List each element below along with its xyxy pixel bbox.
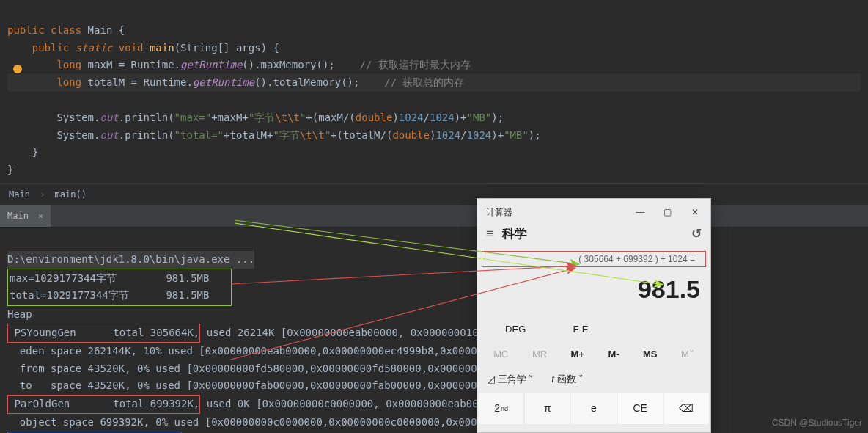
close-icon[interactable]: ✕ — [683, 203, 707, 221]
code-editor[interactable]: public class Main { public static void m… — [0, 0, 868, 183]
calc-mminus[interactable]: M- — [608, 346, 619, 363]
watermark: CSDN @StudiousTiger — [772, 415, 862, 430]
calc-mr[interactable]: MR — [532, 346, 547, 363]
calc-btn-ce[interactable]: CE — [618, 393, 663, 424]
code-line: System.out.println("total="+totalM+"字节\t… — [7, 129, 541, 141]
annotation-box-red: ParOldGen total 699392K, — [7, 395, 200, 414]
code-line: public static void main(String[] args) { — [7, 42, 279, 54]
code-line: public class Main { — [7, 24, 125, 36]
code-line: } — [7, 164, 13, 175]
minimize-icon[interactable]: — — [628, 203, 652, 221]
code-line: } — [7, 146, 38, 158]
calc-mv[interactable]: M˅ — [681, 346, 694, 363]
calc-btn-e[interactable]: e — [571, 393, 616, 424]
calculator-result: 981.5 — [477, 267, 710, 317]
calculator-mode: 科学 — [502, 224, 527, 245]
breadcrumb-class[interactable]: Main — [9, 189, 30, 200]
calc-trig-dropdown[interactable]: ◿ 三角学 ˅ — [488, 371, 534, 387]
console-command: D:\environment\jdk1.8.0\bin\java.exe ... — [7, 251, 254, 269]
intention-bulb-icon[interactable] — [13, 65, 22, 73]
calc-btn-backspace[interactable]: ⌫ — [664, 393, 709, 424]
close-icon[interactable]: × — [38, 211, 43, 221]
calc-ms[interactable]: MS — [643, 346, 658, 363]
calc-btn-pi[interactable]: π — [525, 393, 570, 424]
calc-deg[interactable]: DEG — [505, 321, 526, 338]
maximize-icon[interactable]: ▢ — [655, 203, 680, 221]
code-line-highlighted: long totalM = Runtime.getRuntime().total… — [7, 74, 861, 92]
calculator-window[interactable]: 计算器 — ▢ ✕ ≡ 科学 ↺ ( 305664 + 699392 ) ÷ 1… — [477, 198, 711, 433]
calc-mc[interactable]: MC — [493, 346, 508, 363]
code-line: System.out.println("max="+maxM+"字节\t\t"+… — [7, 112, 504, 123]
run-tab[interactable]: Main × — [0, 205, 51, 227]
calc-func-dropdown[interactable]: f 函数 ˅ — [551, 371, 584, 387]
code-line: long maxM = Runtime.getRuntime().maxMemo… — [7, 59, 471, 70]
annotation-box-green: max=1029177344字节 981.5MB total=102917734… — [7, 269, 232, 307]
breadcrumb-method[interactable]: main() — [55, 189, 87, 200]
console-line: to space 43520K, 0% used [0x00000000fab0… — [7, 379, 545, 391]
console-output[interactable]: D:\environment\jdk1.8.0\bin\java.exe ...… — [0, 228, 868, 433]
breadcrumb[interactable]: Main › main() — [0, 183, 868, 205]
calc-mplus[interactable]: M+ — [571, 346, 584, 363]
history-icon[interactable]: ↺ — [691, 224, 702, 245]
menu-icon[interactable]: ≡ — [486, 224, 493, 245]
calc-fe[interactable]: F-E — [573, 321, 589, 338]
run-tab-label: Main — [7, 211, 29, 221]
annotation-box-red: PSYoungGen total 305664K, — [7, 324, 200, 343]
console-line: Heap — [7, 308, 32, 320]
calculator-title: 计算器 — [486, 205, 512, 219]
calculator-expression: ( 305664 + 699392 ) ÷ 1024 = — [482, 251, 706, 267]
calc-btn-2nd[interactable]: 2nd — [479, 393, 523, 424]
console-line: from space 43520K, 0% used [0x00000000fd… — [7, 363, 545, 374]
chevron-right-icon: › — [35, 189, 49, 200]
console-line: eden space 262144K, 10% used [0x00000000… — [7, 345, 557, 357]
tool-tab-bar: Main × — [0, 205, 868, 228]
